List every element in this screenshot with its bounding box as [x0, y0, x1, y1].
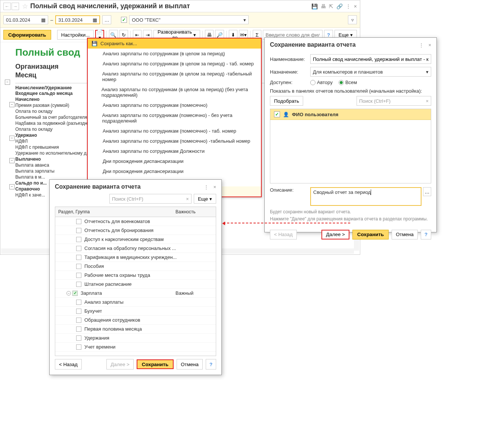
close-icon[interactable]: ×	[354, 3, 357, 9]
cancel-button[interactable]: Отмена	[392, 230, 418, 239]
print-icon[interactable]: 🖶	[321, 3, 326, 9]
tree-checkbox[interactable]	[76, 309, 81, 314]
tree-checkbox[interactable]	[76, 228, 81, 233]
dd-item[interactable]: Анализ зарплаты по сотрудникам (помесячн…	[88, 110, 261, 126]
dd-item[interactable]: Дни прохождения диспансеризации	[88, 166, 261, 176]
tree-row[interactable]: Удержания	[55, 334, 216, 343]
tree-row[interactable]: Обращения сотрудников	[55, 316, 216, 325]
back-button[interactable]: < Назад	[270, 230, 297, 239]
tree-row[interactable]: Рабочие места охраны труда	[55, 271, 216, 280]
org-checkbox[interactable]: ✓	[121, 17, 127, 23]
link-icon[interactable]: 🔗	[336, 3, 343, 9]
dd-item[interactable]: Анализ зарплаты по сотрудникам Должности	[88, 146, 261, 156]
next-button[interactable]: Далее >	[321, 230, 349, 239]
dd-item[interactable]: Анализ зарплаты по сотрудникам (помесячн…	[88, 100, 261, 110]
tree-collapse-icon[interactable]: −	[9, 184, 15, 189]
tree-row[interactable]: Первая половина месяца	[55, 325, 216, 334]
calendar-icon[interactable]: ▦	[41, 17, 46, 23]
date-to-input[interactable]: 31.03.2024 ▦	[55, 15, 100, 24]
nav-forward-icon[interactable]: →	[12, 3, 19, 10]
help-button[interactable]: ?	[421, 230, 431, 239]
tree-row[interactable]: Отчетность для военкоматов	[55, 217, 216, 226]
tree-checkbox[interactable]	[76, 300, 81, 305]
close-icon[interactable]: ×	[428, 42, 431, 48]
tree-row-label: Учет времени	[84, 344, 213, 350]
tree-row[interactable]: Тарификация в медицинских учрежден...	[55, 253, 216, 262]
tree-row[interactable]: Согласия на обработку персональных ...	[55, 244, 216, 253]
variants-dropdown-menu: 💾 Сохранить как... Анализ зарплаты по со…	[87, 38, 262, 197]
dest-select[interactable]: Для компьютеров и планшетов ▾	[310, 67, 431, 77]
dd-item[interactable]: Анализ зарплаты по сотрудникам (в целом …	[88, 69, 261, 84]
nav-back-icon[interactable]: ←	[3, 3, 11, 10]
dd-item[interactable]: Анализ зарплаты по сотрудникам (в целом …	[88, 84, 261, 100]
dd-item[interactable]: Анализ зарплаты по сотрудникам (помесячн…	[88, 126, 261, 136]
dest-value: Для компьютеров и планшетов	[313, 69, 383, 75]
org-select[interactable]: ООО "ТЕКС" ▾	[129, 15, 249, 24]
close-icon[interactable]: ×	[213, 184, 216, 190]
calendar-icon[interactable]: ▦	[93, 17, 97, 23]
tree-checkbox[interactable]	[76, 255, 81, 260]
save-icon[interactable]: 💾	[311, 3, 318, 9]
tree-checkbox[interactable]	[76, 344, 81, 350]
tree-row[interactable]: Доступ к наркотическим средствам	[55, 235, 216, 244]
tree-checkbox[interactable]: ✓	[72, 291, 78, 296]
dd-item[interactable]: Дни прохождения диспансаризации	[88, 156, 261, 166]
tree-checkbox[interactable]	[76, 335, 81, 341]
dd-item[interactable]: Анализ зарплаты по сотрудникам (помесячн…	[88, 136, 261, 146]
favorite-star-icon[interactable]: ☆	[22, 2, 28, 10]
tree-checkbox[interactable]	[76, 273, 81, 278]
select-users-button[interactable]: Подобрать	[270, 96, 303, 106]
kebab-menu-icon[interactable]: ⋮	[346, 3, 351, 9]
dd-item[interactable]: Анализ зарплаты по сотрудникам (в целом …	[88, 49, 261, 59]
radio-all[interactable]: Всем	[339, 80, 357, 85]
modal-title: Сохранение варианта отчета	[55, 183, 141, 190]
section-search-input[interactable]: Поиск (Ctrl+F) ×	[109, 194, 192, 204]
help-button[interactable]: ?	[206, 359, 216, 369]
chevron-down-icon[interactable]: ▾	[426, 69, 429, 75]
name-input[interactable]	[310, 54, 431, 64]
tree-row[interactable]: Бухучет	[55, 307, 216, 316]
tree-row[interactable]: Учет времени	[55, 343, 216, 352]
col-importance: Важность	[175, 209, 213, 214]
generate-button[interactable]: Сформировать	[3, 30, 51, 40]
export-icon[interactable]: ⇱	[329, 3, 333, 9]
tree-collapse-icon[interactable]: −	[9, 136, 15, 141]
expand-description-button[interactable]: …	[423, 187, 431, 196]
user-search-input[interactable]: Поиск (Ctrl+F)	[359, 98, 391, 104]
tree-checkbox[interactable]	[76, 246, 81, 251]
tree-checkbox[interactable]	[76, 237, 81, 242]
tree-checkbox[interactable]	[76, 318, 81, 323]
clear-icon[interactable]: ×	[186, 196, 189, 202]
tree-checkbox[interactable]	[76, 219, 81, 224]
user-checkbox[interactable]: ✓	[274, 111, 280, 117]
tree-collapse-icon[interactable]: −	[9, 102, 15, 107]
dd-save-as[interactable]: 💾 Сохранить как...	[88, 38, 261, 49]
filter-funnel-icon[interactable]: ▿	[348, 15, 357, 24]
kebab-menu-icon[interactable]: ⋮	[204, 184, 209, 190]
kebab-menu-icon[interactable]: ⋮	[419, 42, 424, 48]
save-button[interactable]: Сохранить	[137, 359, 174, 369]
radio-author[interactable]: Автору	[310, 80, 333, 85]
tree-collapse-icon[interactable]: −	[5, 80, 10, 85]
back-button[interactable]: < Назад	[55, 359, 82, 369]
dropdown-icon[interactable]: ▾	[243, 17, 246, 23]
tree-row[interactable]: Пособия	[55, 262, 216, 271]
tree-row[interactable]: −✓ЗарплатаВажный	[55, 289, 216, 298]
dd-item[interactable]: Анализ зарплаты по сотрудникам (в целом …	[88, 59, 261, 69]
period-picker-button[interactable]: …	[102, 15, 111, 24]
next-button[interactable]: Далее >	[106, 359, 134, 369]
description-textarea[interactable]: Сводный отчет за период	[310, 187, 421, 206]
expand-icon[interactable]: −	[66, 291, 71, 296]
tree-checkbox[interactable]	[76, 327, 81, 332]
tree-collapse-icon[interactable]: −	[9, 158, 15, 163]
date-from-input[interactable]: 01.03.2024 ▦	[3, 15, 48, 24]
tree-row[interactable]: Отчетность для бронирования	[55, 226, 216, 235]
tree-row[interactable]: Штатное расписание	[55, 280, 216, 289]
save-button[interactable]: Сохранить	[352, 230, 389, 239]
tree-row[interactable]: Анализ зарплаты	[55, 298, 216, 307]
tree-checkbox[interactable]	[76, 282, 81, 287]
more-button[interactable]: Еще ▾	[194, 194, 216, 204]
tree-checkbox[interactable]	[76, 264, 81, 269]
cancel-button[interactable]: Отмена	[177, 359, 203, 369]
clear-icon[interactable]: ×	[426, 98, 429, 104]
